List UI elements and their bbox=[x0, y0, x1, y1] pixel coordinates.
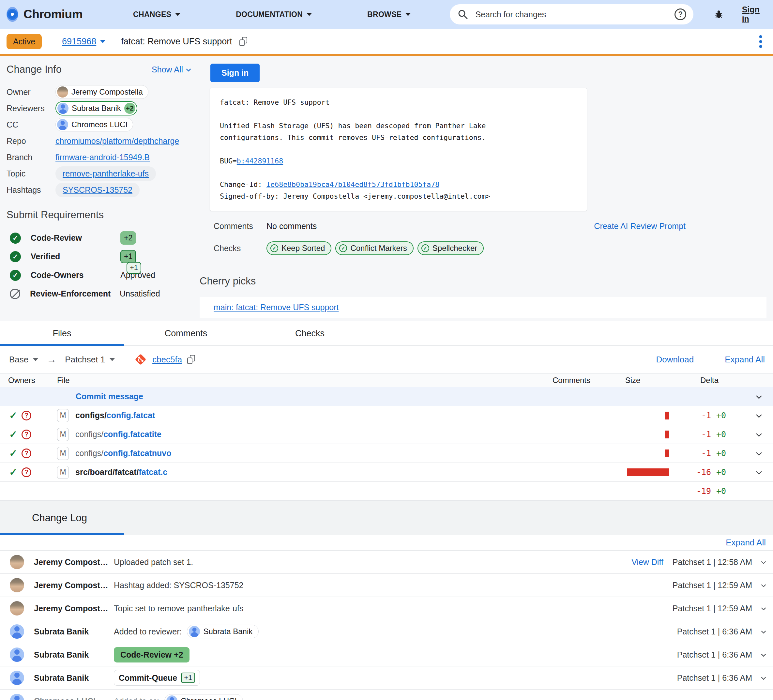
owner-approved-icon bbox=[9, 468, 17, 477]
base-selector[interactable]: Base bbox=[9, 354, 38, 365]
expand-row-button[interactable] bbox=[743, 451, 773, 455]
reviewer-chip[interactable]: Subrata Banik +2 bbox=[56, 101, 137, 115]
file-link[interactable]: config.fatcatite bbox=[104, 430, 161, 439]
log-row[interactable]: Jeremy Compost… Topic set to remove-pant… bbox=[0, 596, 773, 620]
owner-chip[interactable]: Jeremy Compostella bbox=[56, 85, 148, 99]
change-log-title: Change Log bbox=[32, 512, 87, 524]
repo-link[interactable]: chromiumos/platform/depthcharge bbox=[56, 136, 179, 146]
chevron-down-icon[interactable] bbox=[761, 652, 766, 657]
check-chip-spellchecker[interactable]: Spellchecker bbox=[418, 241, 484, 255]
topic-link[interactable]: remove-pantherlake-ufs bbox=[62, 169, 149, 178]
chevron-down-icon bbox=[756, 431, 761, 437]
reviewers-label: Reviewers bbox=[7, 104, 56, 113]
check-circle-icon bbox=[339, 244, 347, 252]
top-bar: Chromium CHANGES DOCUMENTATION BROWSE ? bbox=[0, 0, 773, 29]
patchset-selector[interactable]: Patchset 1 bbox=[65, 354, 115, 365]
file-row[interactable]: M configs/config.fatcat -1 +0 bbox=[0, 406, 773, 425]
chevron-down-icon[interactable] bbox=[761, 559, 766, 564]
commit-sha-link[interactable]: cbec5fa bbox=[152, 354, 182, 365]
code-review-vote-chip: Code-Review +2 bbox=[114, 647, 189, 662]
log-row[interactable]: Subrata Banik Added to reviewer: Subrata… bbox=[0, 620, 773, 643]
change-log-header: Change Log bbox=[0, 501, 773, 535]
expand-row-button[interactable] bbox=[743, 413, 773, 418]
check-chip-conflict-markers[interactable]: Conflict Markers bbox=[335, 241, 413, 255]
tab-checks[interactable]: Checks bbox=[248, 321, 372, 346]
expand-row-button[interactable] bbox=[743, 470, 773, 474]
change-number-link[interactable]: 6915968 bbox=[62, 36, 96, 47]
owners-header: Owners bbox=[0, 376, 49, 385]
reviewer-name: Subrata Banik bbox=[72, 104, 121, 113]
sign-in-link[interactable]: Sign in bbox=[742, 5, 763, 24]
nav-documentation-label: DOCUMENTATION bbox=[236, 10, 303, 19]
topic-chip: remove-pantherlake-ufs bbox=[56, 166, 156, 181]
active-tab-indicator bbox=[0, 344, 124, 346]
bug-report-icon[interactable] bbox=[714, 8, 724, 21]
checks-summary-row: Checks Keep Sorted Conflict Markers Spel… bbox=[214, 241, 773, 255]
create-ai-review-prompt-link[interactable]: Create AI Review Prompt bbox=[594, 221, 686, 231]
avatar bbox=[10, 555, 24, 569]
bug-link[interactable]: b:442891168 bbox=[237, 157, 283, 165]
chevron-down-icon[interactable] bbox=[100, 40, 105, 43]
change-id-link[interactable]: Ie68e8b0ba19bca47b104ed8f573fd1bfb105fa7… bbox=[266, 180, 439, 189]
size-header: Size bbox=[590, 376, 675, 385]
commit-message-link[interactable]: Commit message bbox=[76, 392, 675, 401]
chevron-down-icon[interactable] bbox=[761, 605, 766, 611]
change-log-list: Jeremy Compost… Uploaded patch set 1. Vi… bbox=[0, 550, 773, 700]
log-row[interactable]: Subrata Banik Commit-Queue +1 Patchset 1… bbox=[0, 666, 773, 689]
expand-row-button[interactable] bbox=[743, 394, 773, 399]
chevron-down-icon[interactable] bbox=[761, 629, 766, 634]
view-diff-link[interactable]: View Diff bbox=[632, 557, 663, 567]
lines-removed: -16 bbox=[675, 468, 711, 477]
log-row[interactable]: Subrata Banik Code-Review +2 Patchset 1 … bbox=[0, 643, 773, 666]
reviewers-row: Reviewers Subrata Banik +2 bbox=[7, 100, 200, 117]
expand-all-files-link[interactable]: Expand All bbox=[725, 354, 765, 365]
check-chip-keep-sorted[interactable]: Keep Sorted bbox=[266, 241, 331, 255]
lines-removed: -1 bbox=[675, 411, 711, 420]
expand-row-button[interactable] bbox=[743, 432, 773, 436]
file-table-header: Owners File Comments Size Delta bbox=[0, 374, 773, 387]
download-link[interactable]: Download bbox=[656, 354, 694, 365]
chevron-down-icon[interactable] bbox=[761, 582, 766, 588]
nav-changes[interactable]: CHANGES bbox=[133, 10, 180, 19]
more-reviewers-badge[interactable]: +2 bbox=[124, 103, 135, 114]
chevron-down-icon bbox=[307, 13, 312, 16]
chevron-down-icon[interactable] bbox=[761, 675, 766, 680]
copy-icon[interactable] bbox=[187, 355, 195, 364]
log-timestamp: Patchset 1 | 6:36 AM bbox=[677, 627, 752, 636]
file-link[interactable]: config.fatcat bbox=[107, 411, 155, 420]
comments-summary-row: Comments No comments Create AI Review Pr… bbox=[214, 221, 773, 231]
commit-message-row[interactable]: Commit message bbox=[0, 387, 773, 406]
search-input[interactable] bbox=[475, 10, 674, 19]
avatar bbox=[10, 601, 24, 616]
more-options-kebab-icon[interactable] bbox=[757, 33, 764, 50]
file-row[interactable]: M src/board/fatcat/fatcat.c -16 +0 bbox=[0, 463, 773, 482]
log-row[interactable]: Jeremy Compost… Hashtag added: SYSCROS-1… bbox=[0, 573, 773, 596]
file-path-prefix: configs/ bbox=[75, 430, 104, 439]
file-link[interactable]: fatcat.c bbox=[139, 468, 168, 476]
chevron-down-icon bbox=[186, 66, 191, 72]
tab-comments[interactable]: Comments bbox=[124, 321, 248, 346]
cherry-pick-link[interactable]: main: fatcat: Remove UFS support bbox=[214, 303, 339, 312]
search-bar[interactable]: ? bbox=[450, 4, 693, 25]
file-status-badge: M bbox=[57, 447, 69, 460]
account-chip[interactable]: Subrata Banik bbox=[187, 625, 259, 638]
nav-browse[interactable]: BROWSE bbox=[367, 10, 411, 19]
account-chip[interactable]: Chromeos LUCI bbox=[164, 694, 243, 700]
sign-in-button[interactable]: Sign in bbox=[211, 64, 260, 82]
branch-link[interactable]: firmware-android-15949.B bbox=[56, 153, 150, 162]
file-link[interactable]: config.fatcatnuvo bbox=[104, 448, 171, 458]
cc-chip[interactable]: Chromeos LUCI bbox=[56, 118, 133, 132]
nav-documentation[interactable]: DOCUMENTATION bbox=[236, 10, 312, 19]
search-help-icon[interactable]: ? bbox=[674, 8, 686, 20]
log-row[interactable]: Chromeos LUCI Added to cc: Chromeos LUCI bbox=[0, 689, 773, 700]
check-chip-label: Conflict Markers bbox=[350, 244, 407, 253]
hashtag-link[interactable]: SYSCROS-135752 bbox=[62, 185, 132, 194]
show-all-toggle[interactable]: Show All bbox=[152, 65, 190, 74]
file-row[interactable]: M configs/config.fatcatnuvo -1 +0 bbox=[0, 444, 773, 463]
file-row[interactable]: M configs/config.fatcatite -1 +0 bbox=[0, 425, 773, 444]
tab-files[interactable]: Files bbox=[0, 321, 124, 346]
branch-label: Branch bbox=[7, 153, 56, 162]
log-row[interactable]: Jeremy Compost… Uploaded patch set 1. Vi… bbox=[0, 550, 773, 573]
copy-icon[interactable] bbox=[239, 37, 247, 46]
expand-all-log-link[interactable]: Expand All bbox=[726, 537, 766, 548]
